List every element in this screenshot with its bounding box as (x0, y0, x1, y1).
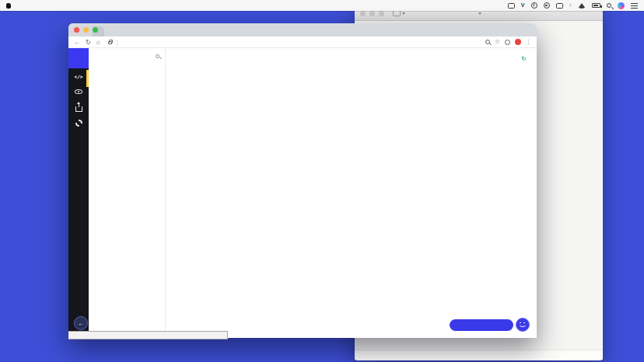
upload-status-icon[interactable]: ↑ (569, 2, 572, 9)
screen-mirroring-icon[interactable] (508, 3, 515, 9)
upload-icon (75, 106, 82, 112)
menu-status-icons: V ↑ (508, 2, 638, 9)
code-editor: ↻ (166, 48, 537, 338)
record-icon[interactable] (544, 2, 550, 9)
rail-item-share[interactable] (68, 99, 89, 115)
ask-question-button[interactable] (450, 319, 513, 331)
bookmark-star-icon[interactable]: ☆ (495, 38, 500, 46)
display-icon[interactable] (556, 3, 563, 9)
code-lines[interactable] (166, 68, 537, 338)
close-icon[interactable] (360, 11, 366, 16)
sidebar-sections (89, 64, 165, 338)
battery-icon[interactable] (592, 3, 600, 8)
window-controls (74, 27, 98, 33)
help-smiley-button[interactable] (516, 318, 530, 332)
close-icon[interactable] (74, 27, 79, 33)
spotlight-search-icon[interactable] (607, 3, 611, 8)
editor-content: </> ↻ (68, 48, 537, 338)
home-icon[interactable]: ⌂ (96, 37, 100, 48)
minimize-icon[interactable] (83, 27, 89, 33)
apple-menu-icon[interactable] (6, 3, 11, 9)
notification-center-icon[interactable] (631, 3, 638, 9)
clock-icon[interactable] (531, 2, 537, 9)
avatar[interactable] (515, 39, 521, 45)
sync-icon: ↻ (521, 55, 527, 62)
address-bar[interactable]: | (106, 40, 480, 45)
wifi-icon[interactable] (578, 3, 586, 9)
bgwin-toolbar (355, 350, 603, 360)
separator: | (117, 40, 118, 45)
minimize-icon[interactable] (369, 11, 375, 16)
view-box-icon (393, 10, 401, 16)
search-extension-icon[interactable] (485, 40, 490, 44)
rail-item-settings[interactable] (68, 115, 89, 131)
refresh-icon[interactable]: ↻ (86, 37, 91, 48)
browser-window: ← ↻ ⌂ | ☆ ⋮ </> (68, 23, 537, 338)
search-icon[interactable] (156, 54, 159, 58)
back-icon[interactable]: ← (74, 37, 80, 48)
siri-icon[interactable] (618, 2, 625, 9)
desktop: { "colors": { "desktop_bg": "#3d4fd6", "… (0, 0, 644, 362)
browser-menu-icon[interactable]: ⋮ (526, 39, 531, 45)
toolbar-right: ☆ ⋮ (485, 38, 531, 46)
code-icon: </> (75, 74, 83, 79)
page-load-status (68, 331, 228, 339)
saved-status: ↻ (521, 55, 529, 62)
editor-header: ↻ (166, 48, 537, 68)
menu-bar: V ↑ (0, 0, 644, 11)
chevron-down-icon (478, 12, 481, 15)
extension-icon[interactable] (505, 40, 510, 45)
shield-icon[interactable]: V (521, 2, 525, 9)
file-sidebar (89, 48, 166, 338)
gear-icon (75, 120, 82, 127)
browser-toolbar: ← ↻ ⌂ | ☆ ⋮ (68, 37, 537, 48)
back-button[interactable]: ← (74, 316, 88, 330)
zoom-icon[interactable] (379, 11, 384, 16)
tab-strip (68, 23, 537, 37)
eye-icon (75, 89, 82, 95)
zoom-icon[interactable] (93, 27, 98, 33)
editor-icon-rail: </> (68, 48, 89, 338)
sidebar-header (89, 48, 165, 64)
superhi-logo[interactable] (68, 48, 89, 68)
lock-icon (108, 41, 112, 44)
